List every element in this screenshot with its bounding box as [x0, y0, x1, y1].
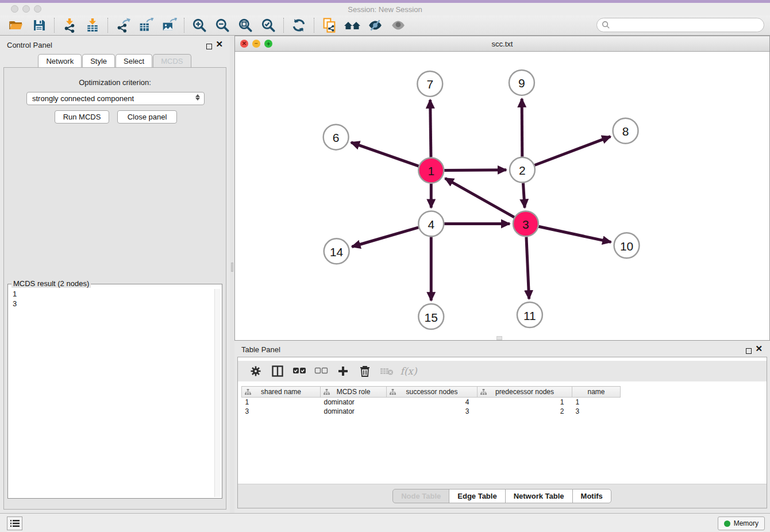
close-panel-icon[interactable]: ✕: [215, 41, 223, 47]
tab-node-table[interactable]: Node Table: [392, 489, 449, 503]
select-all-button[interactable]: [288, 363, 310, 380]
svg-text:11: 11: [523, 309, 536, 322]
criterion-select[interactable]: strongly connected component: [26, 92, 205, 105]
create-column-button[interactable]: [332, 363, 354, 380]
zoom-in-button[interactable]: [188, 17, 211, 34]
splitter-grip[interactable]: [231, 263, 233, 272]
graph-node-4[interactable]: 4: [418, 211, 444, 236]
sort-tree-icon: [324, 389, 330, 395]
graph-node-3[interactable]: 3: [513, 211, 538, 236]
new-network-from-selection-icon: [321, 17, 337, 33]
hide-graphics-details-button[interactable]: [364, 17, 387, 34]
control-panel-header: Control Panel ✕: [0, 36, 230, 54]
delete-table-icon: [380, 367, 394, 376]
delete-column-button[interactable]: [354, 363, 376, 380]
new-network-from-selection-button[interactable]: [318, 17, 341, 34]
tab-edge-table[interactable]: Edge Table: [449, 489, 505, 503]
graph-node-15[interactable]: 15: [418, 304, 444, 329]
graph-edge-2-9[interactable]: [522, 99, 522, 157]
import-table-button[interactable]: [81, 17, 104, 34]
search-input[interactable]: [596, 18, 764, 32]
app-titlebar: Session: New Session: [0, 3, 770, 16]
graph-edge-3-1[interactable]: [445, 178, 514, 217]
svg-text:1: 1: [428, 164, 434, 178]
column-header-name[interactable]: name: [572, 387, 621, 398]
open-session-button[interactable]: [5, 17, 28, 34]
float-table-panel-icon[interactable]: [746, 346, 752, 356]
tab-style[interactable]: Style: [82, 54, 115, 67]
column-header-predecessor-nodes[interactable]: predecessor nodes: [478, 387, 572, 398]
import-network-button[interactable]: [58, 17, 81, 34]
table-row[interactable]: 3 dominator 3 2 3: [242, 407, 621, 416]
toggle-column-view-button[interactable]: [267, 363, 288, 380]
task-history-button[interactable]: [7, 516, 22, 530]
column-header-successor-nodes[interactable]: successor nodes: [387, 387, 478, 398]
graph-node-9[interactable]: 9: [509, 70, 534, 95]
column-header-mcds-role[interactable]: MCDS role: [321, 387, 387, 398]
graph-node-14[interactable]: 14: [324, 238, 349, 264]
graph-node-2[interactable]: 2: [510, 157, 535, 183]
tab-network-table[interactable]: Network Table: [505, 489, 573, 503]
plus-icon: [337, 365, 349, 377]
table-panel: Table Panel ✕: [234, 341, 770, 513]
memory-button[interactable]: Memory: [718, 516, 765, 530]
graph-node-7[interactable]: 7: [417, 71, 442, 97]
mcds-result-line: 3: [13, 299, 214, 309]
graph-edge-3-11[interactable]: [526, 237, 529, 299]
close-table-panel-icon[interactable]: ✕: [755, 346, 763, 352]
close-panel-button[interactable]: Close panel: [117, 110, 177, 124]
save-session-button[interactable]: [28, 17, 51, 34]
export-network-button[interactable]: [111, 17, 134, 34]
toolbar-separator: [54, 18, 55, 33]
graph-edge-4-14[interactable]: [352, 228, 418, 247]
show-graphics-details-button[interactable]: [387, 17, 410, 34]
table-tabs-bar: Node Table Edge Table Network Table Moti…: [238, 484, 767, 508]
zoom-selected-button[interactable]: [257, 17, 280, 34]
table-settings-button[interactable]: [245, 363, 267, 380]
graph-edge-1-2[interactable]: [444, 170, 506, 171]
graph-node-11[interactable]: 11: [517, 302, 542, 327]
graph-node-10[interactable]: 10: [614, 233, 640, 258]
control-panel-title: Control Panel: [7, 41, 52, 49]
graph-node-1[interactable]: 1: [418, 158, 444, 183]
zoom-in-icon: [192, 18, 207, 33]
control-panel-tabs: Network Style Select MCDS: [0, 54, 230, 67]
tab-select[interactable]: Select: [116, 54, 152, 67]
graph-edge-3-10[interactable]: [538, 226, 611, 242]
column-header-shared-name[interactable]: shared name: [242, 387, 321, 398]
export-table-button[interactable]: [134, 17, 157, 34]
zoom-out-icon: [215, 18, 230, 33]
tab-motifs[interactable]: Motifs: [572, 489, 611, 503]
refresh-button[interactable]: [287, 17, 310, 34]
svg-text:4: 4: [428, 218, 434, 231]
svg-text:7: 7: [426, 78, 433, 91]
network-graph[interactable]: 7968124314101511: [235, 52, 769, 340]
tab-network[interactable]: Network: [38, 54, 82, 67]
graph-edge-1-6[interactable]: [351, 142, 419, 166]
gear-icon: [250, 365, 261, 377]
sort-tree-icon: [480, 389, 487, 395]
export-image-button[interactable]: [157, 17, 180, 34]
graph-edge-1-7[interactable]: [430, 100, 431, 157]
graph-node-6[interactable]: 6: [324, 125, 349, 150]
mcds-result-scrollbar[interactable]: [214, 289, 221, 497]
zoom-fit-button[interactable]: [234, 17, 257, 34]
graph-edge-2-8[interactable]: [534, 137, 610, 165]
panel-splitter[interactable]: [230, 36, 234, 513]
select-stepper-icon: [195, 94, 200, 101]
graph-node-8[interactable]: 8: [613, 118, 638, 144]
home-icon: [344, 18, 361, 33]
table-header-row: shared name MCDS role successor nodes pr…: [242, 387, 621, 398]
float-panel-icon[interactable]: [206, 41, 212, 52]
table-row[interactable]: 1 dominator 4 1 1: [242, 398, 621, 407]
network-resize-grip[interactable]: [496, 336, 502, 340]
tab-mcds[interactable]: MCDS: [153, 54, 191, 67]
sort-tree-icon: [245, 389, 251, 395]
home-layout-button[interactable]: [341, 17, 364, 34]
run-mcds-button[interactable]: Run MCDS: [55, 110, 109, 124]
graph-edge-2-3[interactable]: [523, 183, 525, 208]
control-panel: Control Panel ✕ Network Style Select MCD…: [0, 36, 230, 513]
mcds-result-text[interactable]: 1 3: [9, 289, 214, 497]
deselect-all-button[interactable]: [310, 363, 332, 380]
zoom-out-button[interactable]: [211, 17, 234, 34]
